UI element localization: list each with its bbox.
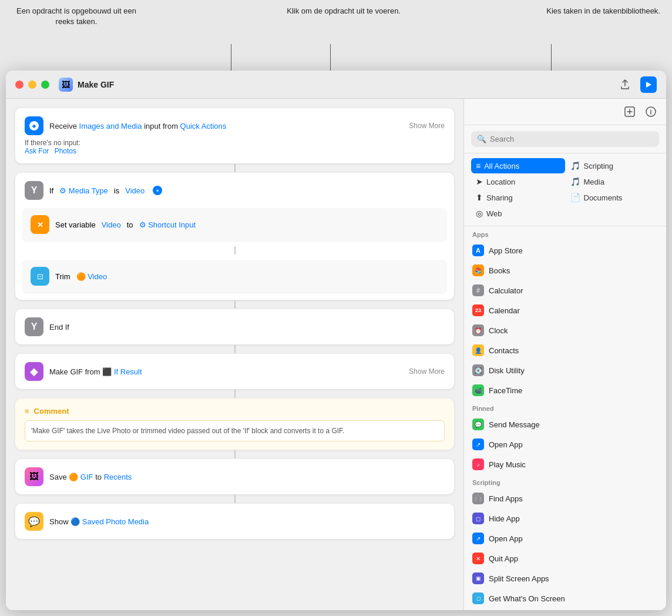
- receive-link-media[interactable]: Images and Media: [79, 122, 142, 130]
- receive-ask-for[interactable]: Ask For: [25, 147, 49, 155]
- if-block[interactable]: Y If ⚙ Media Type is Video + ✕ Set varia…: [15, 173, 454, 300]
- receive-link-source[interactable]: Quick Actions: [180, 122, 227, 130]
- lib-item-find-apps[interactable]: ⋮⋮ Find Apps: [464, 488, 666, 508]
- comment-text: 'Make GIF' takes the Live Photo or trimm…: [25, 420, 445, 441]
- lib-item-open-app[interactable]: ↗ Open App: [464, 528, 666, 548]
- category-documents[interactable]: 📄 Documents: [566, 190, 660, 205]
- category-all-actions[interactable]: ≡ All Actions: [471, 158, 565, 173]
- lib-item-facetime[interactable]: 📹 FaceTime: [464, 380, 666, 400]
- open-app-pinned-icon: ↗: [472, 438, 484, 450]
- lib-item-get-screen[interactable]: ◻ Get What's On Screen: [464, 588, 666, 608]
- end-if-label: End If: [49, 323, 445, 332]
- category-scripting[interactable]: 🎵 Scripting: [566, 158, 660, 173]
- sharing-icon: ⬆: [476, 193, 483, 202]
- lib-item-disk-utility[interactable]: 💽 Disk Utility: [464, 360, 666, 380]
- set-variable-step[interactable]: ✕ Set variable Video to ⚙ Shortcut Input: [22, 208, 447, 241]
- traffic-lights: [15, 81, 49, 89]
- lib-item-choose-menu[interactable]: ☰ Choose from Menu: [464, 608, 666, 610]
- trim-video[interactable]: 🟠 Video: [76, 272, 107, 281]
- title-bar: 🖼 Make GIF: [6, 71, 666, 99]
- save-step[interactable]: 🖼 Save 🟠 GIF to Recents: [15, 459, 454, 494]
- show-content: Show 🔵 Saved Photo Media: [49, 517, 445, 526]
- lib-item-quit-app[interactable]: ✕ Quit App: [464, 548, 666, 568]
- if-add-button[interactable]: +: [153, 186, 162, 195]
- fullscreen-button[interactable]: [41, 81, 49, 89]
- quit-app-label: Quit App: [489, 554, 518, 563]
- lib-item-play-music[interactable]: ♪ Play Music: [464, 454, 666, 474]
- close-button[interactable]: [15, 81, 23, 89]
- category-sharing[interactable]: ⬆ Sharing: [471, 190, 565, 205]
- connector-3: [15, 344, 454, 354]
- media-label: Media: [584, 178, 604, 186]
- search-bar: 🔍: [464, 125, 666, 153]
- lib-item-app-store[interactable]: A App Store: [464, 240, 666, 260]
- main-window: 🖼 Make GIF: [6, 71, 666, 610]
- end-if-step[interactable]: Y End If: [15, 309, 454, 344]
- receive-no-input-label: If there's no input:: [25, 139, 80, 147]
- show-step[interactable]: 💬 Show 🔵 Saved Photo Media: [15, 504, 454, 539]
- lib-item-books[interactable]: 📚 Books: [464, 260, 666, 280]
- if-is: is: [114, 186, 119, 195]
- calendar-icon: 23: [472, 304, 484, 316]
- location-label: Location: [486, 178, 515, 186]
- receive-step-content: Receive Images and Media input from Quic…: [49, 122, 403, 130]
- library-list[interactable]: Apps A App Store 📚 Books # Calculator 23…: [464, 226, 666, 610]
- workflow-panel[interactable]: Receive Images and Media input from Quic…: [6, 99, 463, 610]
- set-variable-to: to: [127, 220, 133, 229]
- make-gif-step[interactable]: ◆ Make GIF from ⬛ If Result Show More: [15, 354, 454, 389]
- search-icon: 🔍: [477, 135, 486, 143]
- category-media[interactable]: 🎵 Media: [566, 174, 660, 189]
- comment-step[interactable]: ≡ Comment 'Make GIF' takes the Live Phot…: [15, 399, 454, 450]
- comment-icon: ≡: [25, 407, 29, 416]
- if-label: If: [49, 186, 53, 195]
- lib-item-open-app-pinned[interactable]: ↗ Open App: [464, 434, 666, 454]
- info-button[interactable]: [643, 103, 659, 120]
- search-input[interactable]: [490, 135, 653, 143]
- set-variable-value[interactable]: ⚙ Shortcut Input: [139, 220, 196, 229]
- open-app-label: Open App: [489, 534, 523, 543]
- make-gif-show-more[interactable]: Show More: [409, 367, 445, 376]
- lib-item-contacts[interactable]: 👤 Contacts: [464, 340, 666, 360]
- lib-item-hide-app[interactable]: ◻ Hide App: [464, 508, 666, 528]
- lib-item-calculator[interactable]: # Calculator: [464, 280, 666, 300]
- minimize-button[interactable]: [28, 81, 36, 89]
- save-step-header: 🖼 Save 🟠 GIF to Recents: [25, 467, 445, 486]
- search-input-wrap[interactable]: 🔍: [471, 131, 659, 147]
- category-web[interactable]: ◎ Web: [471, 206, 565, 221]
- lib-item-calendar[interactable]: 23 Calendar: [464, 300, 666, 320]
- lib-item-send-message[interactable]: 💬 Send Message: [464, 414, 666, 434]
- clock-label: Clock: [489, 326, 508, 335]
- run-button[interactable]: [640, 76, 657, 93]
- show-media-link[interactable]: 🔵 Saved Photo Media: [70, 517, 149, 526]
- lib-item-clock[interactable]: ⏰ Clock: [464, 320, 666, 340]
- media-icon: 🎵: [570, 177, 580, 186]
- add-to-shortcuts-button[interactable]: [621, 103, 638, 120]
- if-condition-video[interactable]: Video: [125, 186, 145, 195]
- receive-step[interactable]: Receive Images and Media input from Quic…: [15, 108, 454, 163]
- if-condition-media-type[interactable]: ⚙ Media Type: [59, 186, 108, 195]
- calculator-icon: #: [472, 284, 484, 296]
- save-to-text: to: [95, 473, 103, 481]
- comment-label: Comment: [34, 407, 69, 416]
- play-music-label: Play Music: [489, 460, 526, 469]
- save-gif-link[interactable]: 🟠 GIF: [69, 473, 93, 481]
- find-apps-label: Find Apps: [489, 494, 523, 503]
- make-gif-link[interactable]: ⬛ If Result: [102, 367, 142, 376]
- annotations-bar: Een opdracht is opgebouwd uit een reeks …: [0, 0, 672, 71]
- receive-photos[interactable]: Photos: [55, 147, 76, 155]
- save-recents-link[interactable]: Recents: [104, 473, 132, 481]
- get-screen-label: Get What's On Screen: [489, 594, 565, 603]
- trim-text: Trim: [55, 272, 70, 281]
- documents-label: Documents: [584, 193, 623, 202]
- save-text: Save: [49, 473, 69, 481]
- category-location[interactable]: ➤ Location: [471, 174, 565, 189]
- make-gif-header: ◆ Make GIF from ⬛ If Result Show More: [25, 362, 445, 381]
- trim-step[interactable]: ⊡ Trim 🟠 Video: [22, 260, 447, 293]
- share-button[interactable]: [617, 76, 633, 93]
- receive-show-more[interactable]: Show More: [409, 122, 445, 130]
- scripting-label: Scripting: [584, 162, 614, 170]
- set-variable-name[interactable]: Video: [102, 220, 121, 229]
- lib-item-split-screen[interactable]: ▣ Split Screen Apps: [464, 568, 666, 588]
- scripting-icon: 🎵: [570, 161, 580, 170]
- clock-icon: ⏰: [472, 324, 484, 336]
